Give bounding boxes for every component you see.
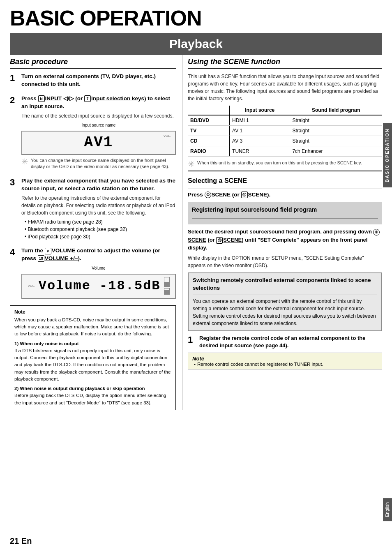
selecting-line [188, 189, 382, 189]
note-s2-title: 2) When noise is output during playback … [14, 386, 145, 391]
scene-tip-text: When this unit is on standby, you can tu… [197, 160, 362, 166]
input-key: INPUT [45, 95, 62, 102]
note-s2-body: Before playing back the DTS-CD, display … [14, 393, 166, 405]
input-source-label: Input source name [21, 123, 176, 127]
note-italic-bullet: • Remote control codes cannot be registe… [194, 362, 378, 367]
input-tuner: TUNER [230, 146, 290, 157]
basic-procedure-heading: Basic procedure [10, 55, 176, 69]
volume-label: Volume [21, 266, 176, 270]
bullet-3: iPod playback (see page 30) [25, 233, 176, 240]
step-2-tip-text: You can change the input source name dis… [31, 157, 176, 170]
step-3-number: 3 [10, 177, 21, 188]
selecting-heading: Selecting a SCENE [188, 174, 382, 186]
left-column: Basic procedure 1 Turn on external compo… [10, 55, 182, 410]
step-3-bullets: FM/AM radio tuning (see page 28) Bluetoo… [25, 218, 176, 240]
right-step-1-number: 1 [188, 335, 199, 345]
scene-key-3: SCENE [188, 237, 206, 243]
register-box: Registering input source/sound field pro… [188, 202, 382, 224]
scene-bddvd: BD/DVD [188, 115, 230, 126]
step-3-title: Play the external component that you hav… [21, 177, 176, 193]
switching-title: Switching remotely controlled external c… [193, 277, 377, 292]
seven-icon: 7 [84, 95, 91, 102]
table-header-scene [188, 106, 230, 115]
main-title: BASIC OPERATION [0, 0, 392, 33]
step-2-tip: ✳ You can change the input source name d… [21, 157, 176, 170]
table-header-sound: Sound field program [290, 106, 382, 115]
scene-radio: RADIO [188, 146, 230, 157]
note-body-1: When you play back a DTS-CD, noise may b… [14, 316, 171, 338]
english-tab: English [383, 498, 392, 521]
scene-key: SCENE [212, 192, 231, 198]
note-italic-title: Note [192, 355, 378, 362]
volume-control-key: VOLUME control [52, 247, 96, 254]
table-header-input: Input source [230, 106, 290, 115]
table-row: TV AV 1 Straight [188, 126, 382, 136]
scene-tv: TV [188, 126, 230, 136]
sound-7ch: 7ch Enhancer [290, 146, 382, 157]
right-column: Using the SCENE function This unit has a… [182, 55, 382, 410]
bullet-icon: • [194, 362, 196, 367]
input-av1: AV 1 [230, 126, 290, 136]
right-step-1: 1 Register the remote control code of an… [188, 335, 382, 349]
switching-body: You can operate an external component wi… [193, 298, 377, 327]
p-icon: P [45, 248, 51, 254]
volume-plus-minus-key: VOLUME +/– [45, 255, 78, 261]
input-source-text: AV1 [26, 134, 171, 151]
input-av3: AV 3 [230, 136, 290, 146]
registering-line [192, 218, 378, 219]
step-1-number: 1 [10, 73, 21, 83]
volume-display: VOL. Volume -18.5dB [21, 274, 176, 299]
registering-heading: Registering input source/sound field pro… [192, 205, 378, 216]
page-number: 21 En [10, 536, 32, 546]
scene-function-heading: Using the SCENE function [188, 55, 382, 69]
sound-straight-3: Straight [290, 136, 382, 146]
step-4: 4 Turn the PVOLUME control to adjust the… [10, 247, 176, 300]
note-box: Note When you play back a DTS-CD, noise … [10, 305, 176, 410]
scene-cd: CD [188, 136, 230, 146]
note-section-1: 1) When only noise is output If a DTS bi… [14, 340, 171, 383]
register-body: Select the desired input source/sound fi… [188, 228, 382, 252]
scene-circle-2: ① [373, 229, 380, 235]
scene-square-2: ⑪ [216, 237, 223, 244]
step-2-title: Press NINPUT ◁/▷ (or 7Input selection ke… [21, 95, 176, 111]
scene-tip: ✳ When this unit is on standby, you can … [188, 160, 382, 168]
note-s1-title: 1) When only noise is output [14, 341, 79, 346]
register-note: While display in the OPTION menu or SETU… [188, 254, 382, 269]
scene-key-4: SCENE [223, 237, 242, 243]
step-2-body: The name of the selected input source is… [21, 112, 176, 120]
fifteen-icon: 15 [38, 255, 44, 262]
table-row: CD AV 3 Straight [188, 136, 382, 146]
switching-box: Switching remotely controlled external c… [188, 272, 382, 331]
right-step-1-content: Register the remote control code of an e… [199, 335, 382, 349]
step-1-title: Turn on external components (TV, DVD pla… [21, 73, 176, 88]
table-row: BD/DVD HDMI 1 Straight [188, 115, 382, 126]
note-italic-text: Remote control codes cannot be registere… [197, 362, 323, 367]
note-italic-box: Note • Remote control codes cannot be re… [188, 353, 382, 369]
note-s1-body: If a DTS bitstream signal is not properl… [14, 348, 171, 381]
note-title: Note [14, 309, 171, 315]
switching-divider [193, 295, 377, 295]
sidebar-tab: BASIC OPERATION [383, 123, 392, 187]
step-3-body: Refer to the operating instructions of t… [21, 194, 176, 217]
step-3: 3 Play the external component that you h… [10, 177, 176, 242]
table-row: RADIO TUNER 7ch Enhancer [188, 146, 382, 157]
tip-star-icon-2: ✳ [188, 160, 195, 168]
step-1: 1 Turn on external components (TV, DVD p… [10, 73, 176, 90]
step-4-title: Turn the PVOLUME control to adjust the v… [21, 247, 176, 263]
scene-key-2: SCENE [248, 192, 267, 198]
note-section-2: 2) When noise is output during playback … [14, 385, 171, 406]
sound-straight-1: Straight [290, 115, 382, 126]
vol-label-2: VOL. [28, 284, 35, 288]
input-hdmi1: HDMI 1 [230, 115, 290, 126]
step-2-number: 2 [10, 95, 21, 106]
scene-square-icon: ⑪ [241, 192, 248, 198]
step-4-number: 4 [10, 247, 21, 258]
selecting-divider [188, 171, 382, 171]
press-instruction: Press ①SCENE (or ⑪SCENE). [188, 192, 382, 198]
scene-table: Input source Sound field program BD/DVD … [188, 106, 382, 157]
scene-circle-icon: ① [205, 192, 211, 198]
bullet-1: FM/AM radio tuning (see page 28) [25, 218, 176, 226]
n-icon: N [38, 95, 45, 102]
volume-text: Volume -18.5dB [39, 278, 161, 293]
input-selection-keys: Input selection keys [91, 95, 144, 102]
